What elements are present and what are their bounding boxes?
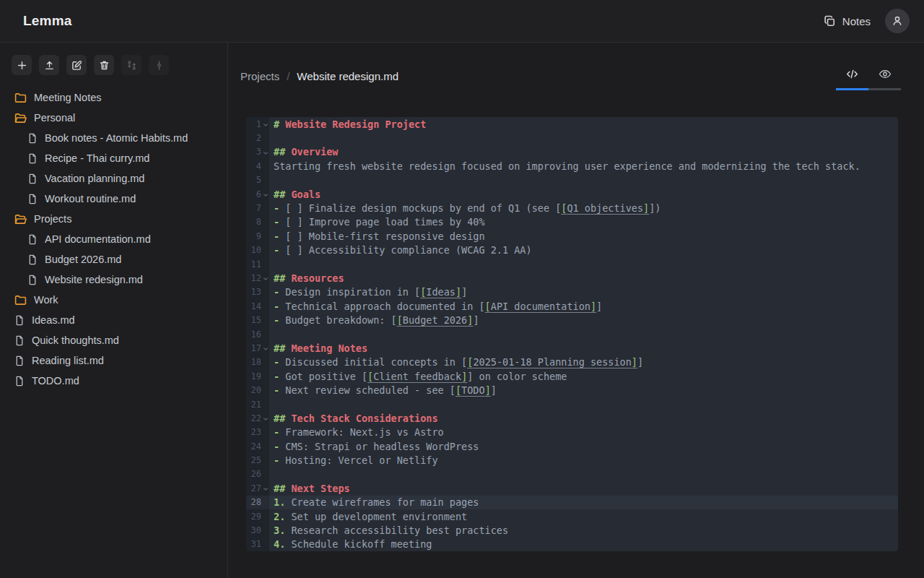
tree-item-label: Recipe - Thai curry.md xyxy=(45,152,149,164)
sidebar-item-api-documentation-md[interactable]: API documentation.md xyxy=(0,229,227,249)
code-text: [ ] Accessibility compliance (WCAG 2.1 A… xyxy=(285,244,531,256)
new-note-button[interactable] xyxy=(12,55,32,75)
editor-line[interactable]: 10- [ ] Accessibility compliance (WCAG 2… xyxy=(246,243,898,257)
breadcrumb-parent[interactable]: Projects xyxy=(240,70,279,82)
sidebar-item-todo-md[interactable]: TODO.md xyxy=(0,371,227,391)
editor-line[interactable]: 314. Schedule kickoff meeting xyxy=(246,538,898,551)
line-number: 4 xyxy=(246,161,261,171)
editor-line[interactable]: 27## Next Steps xyxy=(246,481,898,495)
plus-icon xyxy=(17,60,27,71)
editor-line[interactable]: 26 xyxy=(246,467,898,481)
editor-line[interactable]: 24- CMS: Strapi or headless WordPress xyxy=(246,439,898,453)
markdown-editor[interactable]: 1# Website Redesign Project23## Overview… xyxy=(246,117,898,551)
wiki-link[interactable]: [API documentation] xyxy=(485,301,596,312)
sidebar-item-workout-routine-md[interactable]: Workout routine.md xyxy=(0,189,227,209)
heading-text: Overview xyxy=(291,146,338,158)
editor-line[interactable]: 11 xyxy=(246,257,898,271)
wiki-link[interactable]: [Ideas] xyxy=(420,286,461,298)
sidebar-item-ideas-md[interactable]: Ideas.md xyxy=(0,310,227,330)
sidebar-item-meeting-notes[interactable]: Meeting Notes xyxy=(0,87,227,108)
fold-chevron-icon[interactable] xyxy=(261,414,269,422)
fold-gutter-spacer xyxy=(261,501,269,504)
syntax-marker: ## xyxy=(274,146,291,158)
editor-line[interactable]: 22## Tech Stack Considerations xyxy=(246,411,898,425)
editor-line[interactable]: 3## Overview xyxy=(246,145,898,159)
code-view-tab[interactable] xyxy=(836,63,868,85)
tree-item-label: Vacation planning.md xyxy=(45,173,144,184)
sidebar-item-personal[interactable]: Personal xyxy=(0,108,227,128)
editor-line[interactable]: 7- [ ] Finalize design mockups by end of… xyxy=(246,201,898,215)
code-line-content xyxy=(269,131,898,144)
fold-chevron-icon[interactable] xyxy=(261,148,269,156)
fold-chevron-icon[interactable] xyxy=(261,274,269,282)
syntax-marker: 3. xyxy=(274,525,291,536)
notes-button[interactable]: Notes xyxy=(824,15,871,27)
editor-line[interactable]: 2 xyxy=(246,131,898,144)
editor-line[interactable]: 19- Got positive [[Client feedback]] on … xyxy=(246,369,898,383)
wiki-link[interactable]: [Q1 objectives] xyxy=(561,202,649,214)
code-line-content: - Next review scheduled - see [[TODO]] xyxy=(269,383,898,397)
wiki-link[interactable]: [Budget 2026] xyxy=(397,314,474,326)
editor-line[interactable]: 16 xyxy=(246,327,898,341)
sidebar-item-projects[interactable]: Projects xyxy=(0,209,227,229)
editor-gutter: 3 xyxy=(246,145,269,159)
sidebar-item-recipe-thai-curry-md[interactable]: Recipe - Thai curry.md xyxy=(0,148,227,168)
sidebar-item-website-redesign-md[interactable]: Website redesign.md xyxy=(0,269,227,290)
fold-chevron-icon[interactable] xyxy=(261,344,269,352)
heading-text: Website Redesign Project xyxy=(285,118,426,130)
sidebar: Meeting NotesPersonalBook notes - Atomic… xyxy=(0,43,228,578)
topbar-right: Notes xyxy=(824,9,910,33)
fold-chevron-icon[interactable] xyxy=(261,484,269,492)
editor-line[interactable]: 12## Resources xyxy=(246,271,898,285)
editor-line[interactable]: 6## Goals xyxy=(246,187,898,201)
sidebar-item-quick-thoughts-md[interactable]: Quick thoughts.md xyxy=(0,330,227,350)
tree-item-label: Budget 2026.md xyxy=(45,254,121,265)
syntax-marker: - xyxy=(274,384,285,396)
sidebar-item-budget-2026-md[interactable]: Budget 2026.md xyxy=(0,249,227,269)
wiki-link[interactable]: [2025-01-18 Planning session] xyxy=(467,356,637,368)
avatar-button[interactable] xyxy=(885,9,910,33)
editor-line[interactable]: 5 xyxy=(246,173,898,187)
editor-line[interactable]: 14- Technical approach documented in [[A… xyxy=(246,299,898,313)
wiki-link[interactable]: [TODO] xyxy=(456,384,491,396)
delete-button[interactable] xyxy=(94,55,114,75)
editor-line[interactable]: 1# Website Redesign Project xyxy=(246,117,898,131)
file-icon xyxy=(14,355,25,366)
fold-gutter-spacer xyxy=(261,460,269,462)
breadcrumb-current: Website redesign.md xyxy=(297,70,398,82)
editor-line[interactable]: 25- Hosting: Vercel or Netlify xyxy=(246,453,898,467)
fold-chevron-icon[interactable] xyxy=(261,120,269,128)
fold-gutter-spacer xyxy=(261,235,269,237)
editor-line[interactable]: 18- Discussed initial concepts in [[2025… xyxy=(246,355,898,369)
tree-item-label: Work xyxy=(34,294,58,306)
editor-line[interactable]: 303. Research accessibility best practic… xyxy=(246,523,898,537)
sidebar-item-vacation-planning-md[interactable]: Vacation planning.md xyxy=(0,168,227,189)
code-line-content xyxy=(269,397,898,411)
upload-button[interactable] xyxy=(39,55,59,75)
code-text: Set up development environment xyxy=(291,511,467,522)
code-text: ] xyxy=(596,301,602,312)
rename-button[interactable] xyxy=(66,55,87,75)
fold-gutter-spacer xyxy=(261,431,269,434)
editor-line[interactable]: 13- Design inspiration in [[Ideas]] xyxy=(246,285,898,299)
editor-line[interactable]: 292. Set up development environment xyxy=(246,509,898,523)
editor-line[interactable]: 23- Framework: Next.js vs Astro xyxy=(246,426,898,439)
editor-line[interactable]: 17## Meeting Notes xyxy=(246,341,898,355)
sidebar-item-work[interactable]: Work xyxy=(0,290,227,310)
editor-line[interactable]: 21 xyxy=(246,397,898,411)
editor-line[interactable]: 9- [ ] Mobile-first responsive design xyxy=(246,229,898,243)
sidebar-item-reading-list-md[interactable]: Reading list.md xyxy=(0,350,227,371)
code-line-content: ## Overview xyxy=(269,145,898,159)
editor-line[interactable]: 15- Budget breakdown: [[Budget 2026]] xyxy=(246,313,898,327)
fold-chevron-icon[interactable] xyxy=(261,190,269,198)
preview-view-tab[interactable] xyxy=(868,63,901,85)
tree-item-label: Workout routine.md xyxy=(45,193,136,204)
code-line-content: - CMS: Strapi or headless WordPress xyxy=(269,439,898,453)
heading-text: Next Steps xyxy=(291,483,349,494)
editor-line[interactable]: 8- [ ] Improve page load times by 40% xyxy=(246,215,898,229)
editor-line[interactable]: 20- Next review scheduled - see [[TODO]] xyxy=(246,383,898,397)
sidebar-item-book-notes-atomic-habits-md[interactable]: Book notes - Atomic Habits.md xyxy=(0,128,227,148)
editor-line[interactable]: 4Starting fresh website redesign focused… xyxy=(246,159,898,173)
wiki-link[interactable]: [Client feedback] xyxy=(367,371,467,382)
editor-line[interactable]: 281. Create wireframes for main pages xyxy=(246,496,898,509)
